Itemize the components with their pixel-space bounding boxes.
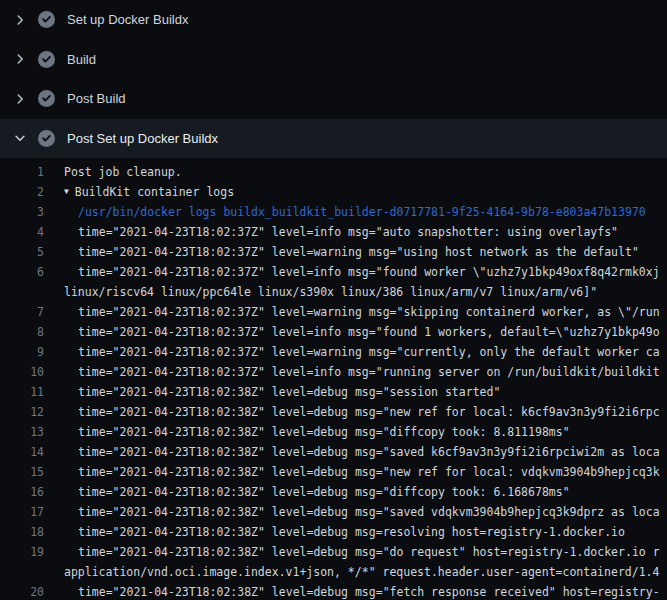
group-expanded-icon: ▼ xyxy=(64,182,69,202)
line-text: time="2021-04-23T18:02:37Z" level=info m… xyxy=(78,322,660,342)
line-number[interactable]: 17 xyxy=(0,502,44,522)
line-number[interactable]: 12 xyxy=(0,402,44,422)
line-text-content: time="2021-04-23T18:02:38Z" level=debug … xyxy=(78,525,625,539)
line-number[interactable]: 18 xyxy=(0,522,44,542)
line-text-content: BuildKit container logs xyxy=(75,185,234,199)
line-number[interactable]: 9 xyxy=(0,342,44,362)
line-number[interactable]: 20 xyxy=(0,582,44,600)
line-number[interactable]: 7 xyxy=(0,302,44,322)
line-number[interactable]: 13 xyxy=(0,422,44,442)
chevron-right-icon xyxy=(13,13,27,27)
line-text-content: time="2021-04-23T18:02:38Z" level=debug … xyxy=(78,545,660,559)
line-text-content: time="2021-04-23T18:02:38Z" level=debug … xyxy=(78,585,660,599)
line-number[interactable]: 19 xyxy=(0,542,44,562)
line-text: time="2021-04-23T18:02:37Z" level=info m… xyxy=(78,262,660,282)
line-number[interactable] xyxy=(0,282,44,302)
line-number[interactable]: 11 xyxy=(0,382,44,402)
step-header-build[interactable]: Build xyxy=(0,40,667,80)
log-row-command: 3 /usr/bin/docker logs buildx_buildkit_b… xyxy=(0,202,667,222)
line-text-content: time="2021-04-23T18:02:38Z" level=debug … xyxy=(78,505,660,519)
line-text-content: time="2021-04-23T18:02:37Z" level=info m… xyxy=(78,365,660,379)
line-text: Post job cleanup. xyxy=(64,162,182,182)
log-row: 10 time="2021-04-23T18:02:37Z" level=inf… xyxy=(0,362,667,382)
line-text: linux/riscv64 linux/ppc64le linux/s390x … xyxy=(64,282,597,302)
log-row: 6 time="2021-04-23T18:02:37Z" level=info… xyxy=(0,262,667,282)
line-text-content: time="2021-04-23T18:02:37Z" level=warnin… xyxy=(78,245,639,259)
line-text-content: time="2021-04-23T18:02:38Z" level=debug … xyxy=(78,465,660,479)
step-header-post-build[interactable]: Post Build xyxy=(0,79,667,119)
log-row: 20 time="2021-04-23T18:02:38Z" level=deb… xyxy=(0,582,667,600)
log-row: 4 time="2021-04-23T18:02:37Z" level=info… xyxy=(0,222,667,242)
check-circle-icon xyxy=(38,90,55,107)
line-text-content: time="2021-04-23T18:02:37Z" level=info m… xyxy=(78,325,660,339)
line-number[interactable]: 15 xyxy=(0,462,44,482)
line-text: time="2021-04-23T18:02:38Z" level=debug … xyxy=(78,542,660,562)
line-text: time="2021-04-23T18:02:37Z" level=warnin… xyxy=(78,242,639,262)
log-row-wrapped: application/vnd.oci.image.index.v1+json,… xyxy=(0,562,667,582)
line-text-content: time="2021-04-23T18:02:37Z" level=info m… xyxy=(78,265,660,279)
line-text-content: time="2021-04-23T18:02:37Z" level=info m… xyxy=(78,225,618,239)
line-number[interactable]: 3 xyxy=(0,202,44,222)
check-circle-icon xyxy=(38,11,55,28)
line-text: /usr/bin/docker logs buildx_buildkit_bui… xyxy=(78,202,646,222)
line-text: time="2021-04-23T18:02:38Z" level=debug … xyxy=(78,442,660,462)
steps-list: Set up Docker Buildx Build xyxy=(0,0,667,158)
step-label: Post Build xyxy=(67,91,126,106)
log-row: 9 time="2021-04-23T18:02:37Z" level=warn… xyxy=(0,342,667,362)
line-text-content: time="2021-04-23T18:02:38Z" level=debug … xyxy=(78,485,570,499)
line-number[interactable] xyxy=(0,562,44,582)
line-text: time="2021-04-23T18:02:38Z" level=debug … xyxy=(78,422,570,442)
log-row: 7 time="2021-04-23T18:02:37Z" level=warn… xyxy=(0,302,667,322)
line-number[interactable]: 1 xyxy=(0,162,44,182)
line-text: time="2021-04-23T18:02:37Z" level=info m… xyxy=(78,222,618,242)
line-text-content: time="2021-04-23T18:02:38Z" level=debug … xyxy=(78,425,570,439)
line-number[interactable]: 10 xyxy=(0,362,44,382)
log-row: 1 Post job cleanup. xyxy=(0,162,667,182)
log-row: 13 time="2021-04-23T18:02:38Z" level=deb… xyxy=(0,422,667,442)
chevron-right-icon xyxy=(13,52,27,66)
line-text-content: /usr/bin/docker logs buildx_buildkit_bui… xyxy=(78,205,646,219)
step-header-set-up-docker-buildx[interactable]: Set up Docker Buildx xyxy=(0,0,667,40)
line-text: time="2021-04-23T18:02:38Z" level=debug … xyxy=(78,382,500,402)
line-number[interactable]: 16 xyxy=(0,482,44,502)
line-number[interactable]: 8 xyxy=(0,322,44,342)
log-output: 1 Post job cleanup. 2 ▼BuildKit containe… xyxy=(0,158,667,600)
log-row: 18 time="2021-04-23T18:02:38Z" level=deb… xyxy=(0,522,667,542)
check-circle-icon xyxy=(38,130,55,147)
line-text-content: application/vnd.oci.image.index.v1+json,… xyxy=(64,565,659,579)
log-row-wrapped: linux/riscv64 linux/ppc64le linux/s390x … xyxy=(0,282,667,302)
log-row: 5 time="2021-04-23T18:02:37Z" level=warn… xyxy=(0,242,667,262)
line-text: time="2021-04-23T18:02:37Z" level=info m… xyxy=(78,362,660,382)
step-label: Build xyxy=(67,52,96,67)
chevron-right-icon xyxy=(13,92,27,106)
line-number[interactable]: 4 xyxy=(0,222,44,242)
line-text-content: linux/riscv64 linux/ppc64le linux/s390x … xyxy=(64,285,597,299)
line-text: application/vnd.oci.image.index.v1+json,… xyxy=(64,562,659,582)
line-number[interactable]: 6 xyxy=(0,262,44,282)
log-row: 16 time="2021-04-23T18:02:38Z" level=deb… xyxy=(0,482,667,502)
log-group-toggle[interactable]: ▼BuildKit container logs xyxy=(64,182,234,202)
log-row: 17 time="2021-04-23T18:02:38Z" level=deb… xyxy=(0,502,667,522)
log-row: 2 ▼BuildKit container logs xyxy=(0,182,667,202)
check-circle-icon xyxy=(38,51,55,68)
line-text-content: time="2021-04-23T18:02:38Z" level=debug … xyxy=(78,405,660,419)
line-text: time="2021-04-23T18:02:38Z" level=debug … xyxy=(78,482,570,502)
chevron-down-icon xyxy=(13,131,27,145)
line-text: time="2021-04-23T18:02:38Z" level=debug … xyxy=(78,582,660,600)
log-row: 15 time="2021-04-23T18:02:38Z" level=deb… xyxy=(0,462,667,482)
step-label: Set up Docker Buildx xyxy=(67,12,188,27)
step-header-post-set-up-docker-buildx[interactable]: Post Set up Docker Buildx xyxy=(0,119,667,159)
line-number[interactable]: 2 xyxy=(0,182,44,202)
log-row: 14 time="2021-04-23T18:02:38Z" level=deb… xyxy=(0,442,667,462)
line-number[interactable]: 14 xyxy=(0,442,44,462)
log-row: 11 time="2021-04-23T18:02:38Z" level=deb… xyxy=(0,382,667,402)
log-row: 8 time="2021-04-23T18:02:37Z" level=info… xyxy=(0,322,667,342)
line-number[interactable]: 5 xyxy=(0,242,44,262)
line-text-content: time="2021-04-23T18:02:38Z" level=debug … xyxy=(78,385,500,399)
log-row: 12 time="2021-04-23T18:02:38Z" level=deb… xyxy=(0,402,667,422)
line-text-content: Post job cleanup. xyxy=(64,165,182,179)
line-text-content: time="2021-04-23T18:02:38Z" level=debug … xyxy=(78,445,660,459)
line-text: time="2021-04-23T18:02:37Z" level=warnin… xyxy=(78,302,660,322)
line-text: time="2021-04-23T18:02:38Z" level=debug … xyxy=(78,522,625,542)
line-text: time="2021-04-23T18:02:38Z" level=debug … xyxy=(78,462,660,482)
